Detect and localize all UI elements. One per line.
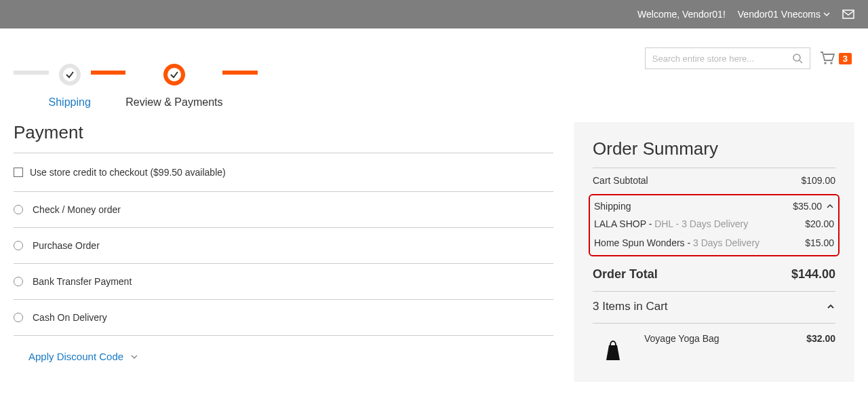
top-bar: Welcome, Vendor01! Vendor01 Vnecoms [0, 0, 868, 28]
step-shipping[interactable]: Shipping [49, 64, 91, 109]
radio-icon[interactable] [14, 241, 23, 250]
cart-items-toggle[interactable]: 3 Items in Cart [593, 291, 835, 324]
shipping-vendor: Home Spun Wonders - [594, 237, 693, 248]
messages-button[interactable] [842, 9, 854, 19]
main-container: Payment Use store credit to checkout ($9… [0, 109, 868, 395]
chevron-up-icon [826, 302, 835, 311]
order-summary-panel: Order Summary Cart Subtotal $109.00 Ship… [574, 122, 854, 382]
shipping-line-row: LALA SHOP - DHL - 3 Days Delivery $20.00 [594, 214, 834, 233]
envelope-icon [842, 9, 854, 19]
svg-point-1 [793, 54, 800, 61]
welcome-text: Welcome, Vendor01! [637, 9, 726, 20]
shipping-line-row: Home Spun Wonders - 3 Days Delivery $15.… [594, 233, 834, 252]
cart-item-row: Voyage Yoga Bag $32.00 [593, 324, 835, 366]
order-total-value: $144.00 [791, 267, 835, 282]
progress-line [14, 71, 49, 75]
step-shipping-label[interactable]: Shipping [49, 96, 91, 109]
step-shipping-circle [59, 64, 81, 85]
payment-section: Payment Use store credit to checkout ($9… [14, 122, 553, 382]
cart-item-name: Voyage Yoga Bag [644, 333, 795, 344]
progress-line-active [222, 71, 258, 75]
cart-count-badge: 3 [839, 53, 852, 64]
step-review-payments: Review & Payments [125, 64, 222, 109]
option-label: Bank Transfer Payment [33, 276, 132, 287]
store-credit-option[interactable]: Use store credit to checkout ($99.50 ava… [14, 153, 553, 192]
shipping-method: DHL - 3 Days Delivery [654, 218, 748, 229]
chevron-down-icon [823, 11, 830, 18]
shipping-method: 3 Days Delivery [693, 237, 760, 248]
payment-option-check-money[interactable]: Check / Money order [14, 192, 553, 228]
step-review-label: Review & Payments [125, 96, 222, 109]
subtotal-value: $109.00 [801, 175, 835, 186]
user-name: Vendor01 Vnecoms [738, 9, 821, 20]
chevron-down-icon [130, 353, 138, 361]
check-icon [170, 70, 179, 79]
user-menu-dropdown[interactable]: Vendor01 Vnecoms [738, 9, 830, 20]
header-row: 3 [0, 28, 868, 69]
shipping-total: $35.00 [793, 201, 822, 212]
shipping-line-price: $15.00 [805, 237, 834, 248]
bag-icon [599, 336, 627, 363]
product-thumbnail [593, 333, 633, 366]
svg-rect-0 [843, 10, 854, 18]
discount-link-text: Apply Discount Code [28, 351, 123, 362]
cart-icon [820, 52, 835, 65]
progress-line-active [91, 71, 126, 75]
shipping-vendor: LALA SHOP - [594, 218, 654, 229]
store-credit-label: Use store credit to checkout ($99.50 ava… [30, 167, 226, 178]
order-total-row: Order Total $144.00 [593, 258, 835, 291]
order-summary-title: Order Summary [593, 138, 835, 168]
search-icon[interactable] [792, 53, 803, 64]
radio-icon[interactable] [14, 277, 23, 286]
step-review-circle [163, 64, 185, 85]
subtotal-label: Cart Subtotal [593, 175, 648, 186]
payment-option-cash-on-delivery[interactable]: Cash On Delivery [14, 300, 553, 336]
option-label: Cash On Delivery [33, 312, 107, 323]
option-label: Purchase Order [33, 240, 100, 251]
items-in-cart-label: 3 Items in Cart [593, 300, 668, 313]
search-input[interactable] [652, 54, 792, 64]
shipping-label: Shipping [594, 201, 631, 212]
shipping-line-price: $20.00 [805, 218, 834, 229]
order-total-label: Order Total [593, 267, 658, 282]
radio-icon[interactable] [14, 313, 23, 322]
svg-point-2 [824, 62, 826, 64]
search-box[interactable] [645, 47, 810, 69]
svg-point-3 [830, 62, 832, 64]
payment-option-bank-transfer[interactable]: Bank Transfer Payment [14, 264, 553, 300]
checkout-progress: Shipping Review & Payments [0, 64, 271, 109]
cart-button[interactable]: 3 [820, 52, 852, 65]
radio-icon[interactable] [14, 205, 23, 214]
cart-item-price: $32.00 [806, 333, 835, 344]
check-icon [65, 70, 75, 79]
shipping-header-row[interactable]: Shipping $35.00 [594, 198, 834, 214]
page-title: Payment [14, 122, 553, 153]
chevron-up-icon[interactable] [826, 202, 834, 210]
option-label: Check / Money order [33, 204, 121, 215]
store-credit-checkbox[interactable] [14, 168, 23, 177]
subtotal-row: Cart Subtotal $109.00 [593, 168, 835, 193]
apply-discount-toggle[interactable]: Apply Discount Code [14, 336, 553, 362]
shipping-breakdown-highlight: Shipping $35.00 LALA SHOP - DHL - 3 Days… [589, 194, 840, 256]
payment-option-purchase-order[interactable]: Purchase Order [14, 228, 553, 264]
